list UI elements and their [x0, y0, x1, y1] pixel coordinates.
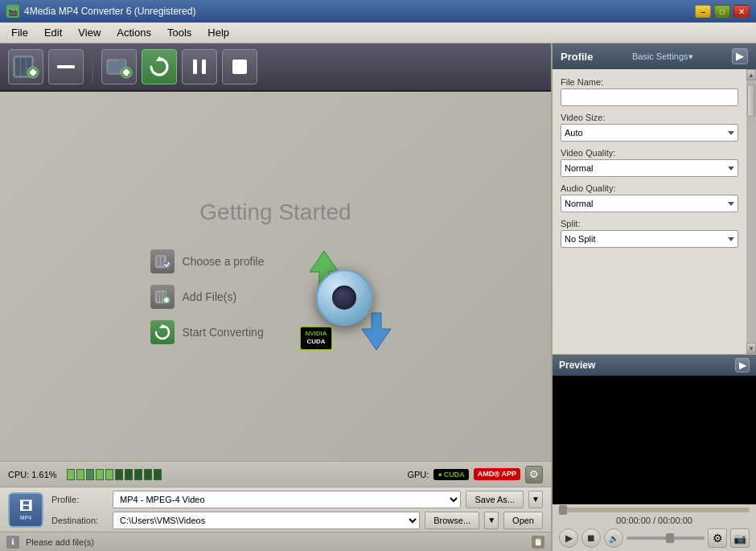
stop-button[interactable] — [222, 49, 257, 84]
save-as-button[interactable]: Save As... — [466, 491, 524, 508]
menu-edit[interactable]: Edit — [36, 24, 70, 41]
add-folder-button[interactable] — [101, 49, 137, 84]
profile-arrow-button[interactable]: ▼ — [528, 491, 543, 508]
menu-actions[interactable]: Actions — [109, 24, 159, 41]
video-quality-label: Video Quality: — [561, 148, 738, 158]
add-file-button[interactable] — [8, 49, 43, 84]
gpu-label: GPU: — [407, 470, 429, 479]
converter-graphic: NVIDIA CUDA — [296, 249, 401, 354]
add-files-label: Add File(s) — [183, 290, 237, 303]
scrollbar-thumb[interactable] — [747, 84, 755, 117]
pause-button[interactable] — [182, 49, 217, 84]
file-name-input[interactable] — [561, 88, 738, 106]
volume-thumb[interactable] — [666, 533, 674, 543]
video-size-field: Video Size: Auto 1920x1080 1280x720 854x… — [561, 113, 738, 142]
audio-quality-label: Audio Quality: — [561, 183, 738, 193]
browse-arrow-button[interactable]: ▼ — [484, 512, 499, 529]
svg-rect-2 — [21, 58, 26, 76]
remove-button[interactable] — [48, 49, 84, 84]
stop-playback-button[interactable]: ⏹ — [581, 528, 601, 548]
basic-settings-link[interactable]: Basic Settings▾ — [632, 51, 693, 62]
browse-button[interactable]: Browse... — [425, 512, 479, 529]
preview-progress-thumb[interactable] — [559, 505, 567, 515]
preview-header: Preview ▶ — [553, 355, 756, 376]
cuda-badge: NVIDIA CUDA — [300, 327, 331, 350]
menu-help[interactable]: Help — [199, 24, 237, 41]
audio-quality-field: Audio Quality: Normal High Low Custom — [561, 183, 738, 212]
cpu-label: CPU: 1.61% — [8, 470, 57, 479]
choose-profile-label: Choose a profile — [183, 255, 265, 268]
video-quality-select[interactable]: Normal High Low Custom — [561, 159, 738, 177]
scrollbar-up-arrow[interactable]: ▲ — [746, 69, 756, 80]
step-add-files[interactable]: Add File(s) — [150, 285, 265, 309]
message-bar: ℹ Please add file(s) 📋 — [0, 532, 551, 551]
volume-slider[interactable] — [627, 537, 705, 540]
menu-view[interactable]: View — [70, 24, 109, 41]
profile-select[interactable]: MP4 - MPEG-4 Video — [113, 491, 461, 508]
gpu-section: GPU: ● CUDA AMDⓇ APP ⚙ — [407, 466, 543, 483]
restore-button[interactable]: □ — [714, 5, 730, 18]
expand-button[interactable]: ▶ — [732, 48, 748, 64]
settings-scroll-area: File Name: Video Size: Auto 1920x1080 12… — [553, 69, 746, 354]
audio-quality-select[interactable]: Normal High Low Custom — [561, 195, 738, 212]
svg-rect-22 — [160, 292, 162, 302]
instructions-container: Choose a profile — [150, 249, 401, 354]
volume-button[interactable]: 🔊 — [604, 528, 623, 548]
right-panel: Profile Basic Settings▾ ▶ File Name: Vid… — [551, 43, 756, 551]
step-choose-profile[interactable]: Choose a profile — [150, 249, 265, 273]
preview-progress-bar[interactable] — [559, 508, 750, 512]
scrollbar-down-arrow[interactable]: ▼ — [746, 343, 756, 354]
cpu-seg-9 — [144, 469, 152, 480]
cpu-seg-8 — [134, 469, 142, 480]
menu-tools[interactable]: Tools — [159, 24, 199, 41]
svg-rect-13 — [193, 60, 197, 74]
playback-settings-button[interactable]: ⚙ — [708, 528, 727, 548]
minimize-button[interactable]: – — [695, 5, 711, 18]
right-panel-scrollbar[interactable]: ▲ ▼ — [746, 69, 756, 354]
content-area: Getting Started Choo — [0, 92, 551, 461]
left-panel: Getting Started Choo — [0, 43, 551, 551]
start-converting-label: Start Converting — [183, 326, 264, 339]
cpu-seg-7 — [125, 469, 133, 480]
profile-icon: 🎞 MP4 — [8, 492, 43, 528]
video-size-select[interactable]: Auto 1920x1080 1280x720 854x480 Custom — [561, 124, 738, 142]
split-field: Split: No Split By Size By Time — [561, 219, 738, 248]
preview-screen — [553, 376, 756, 504]
settings-icon-button[interactable]: ⚙ — [525, 466, 543, 483]
cpu-seg-4 — [96, 469, 104, 480]
status-bar: CPU: 1.61% GPU: ● CUDA A — [0, 461, 551, 487]
split-select[interactable]: No Split By Size By Time — [561, 230, 738, 248]
svg-rect-6 — [30, 71, 36, 74]
step-start-converting[interactable]: Start Converting — [150, 320, 265, 344]
cpu-seg-6 — [115, 469, 123, 480]
preview-controls: 00:00:00 / 00:00:00 ▶ ⏹ 🔊 ⚙ 📷 — [553, 504, 756, 551]
snapshot-button[interactable]: 📷 — [730, 528, 750, 548]
convert-button[interactable] — [142, 49, 177, 84]
app-title: 4Media MP4 Converter 6 (Unregistered) — [24, 6, 695, 17]
profile-input-row: Profile: MP4 - MPEG-4 Video Save As... ▼ — [51, 491, 543, 508]
svg-rect-1 — [15, 58, 20, 76]
menu-file[interactable]: File — [3, 24, 36, 41]
cpu-seg-2 — [76, 469, 84, 480]
svg-rect-7 — [57, 65, 75, 68]
video-quality-field: Video Quality: Normal High Low Custom — [561, 148, 738, 177]
preview-expand-button[interactable]: ▶ — [735, 358, 750, 372]
toolbar — [0, 43, 551, 92]
svg-rect-17 — [157, 257, 160, 266]
close-button[interactable]: ✕ — [733, 5, 750, 18]
play-button[interactable]: ▶ — [559, 528, 578, 548]
message-text: Please add file(s) — [26, 537, 94, 547]
cpu-seg-3 — [86, 469, 94, 480]
profile-panel-header: Profile Basic Settings▾ ▶ — [553, 43, 756, 69]
main-area: Getting Started Choo — [0, 43, 756, 551]
destination-select[interactable]: C:\Users\VMS\Videos — [113, 512, 420, 529]
getting-started-heading: Getting Started — [199, 199, 351, 225]
scrollbar-track[interactable] — [746, 80, 756, 343]
add-files-icon — [150, 285, 175, 309]
amd-badge: AMDⓇ APP — [474, 468, 520, 480]
cpu-seg-1 — [67, 469, 75, 480]
profile-label: Profile: — [51, 495, 108, 504]
time-display: 00:00:00 / 00:00:00 — [559, 516, 750, 525]
log-icon[interactable]: 📋 — [532, 536, 544, 549]
open-button[interactable]: Open — [503, 512, 543, 529]
